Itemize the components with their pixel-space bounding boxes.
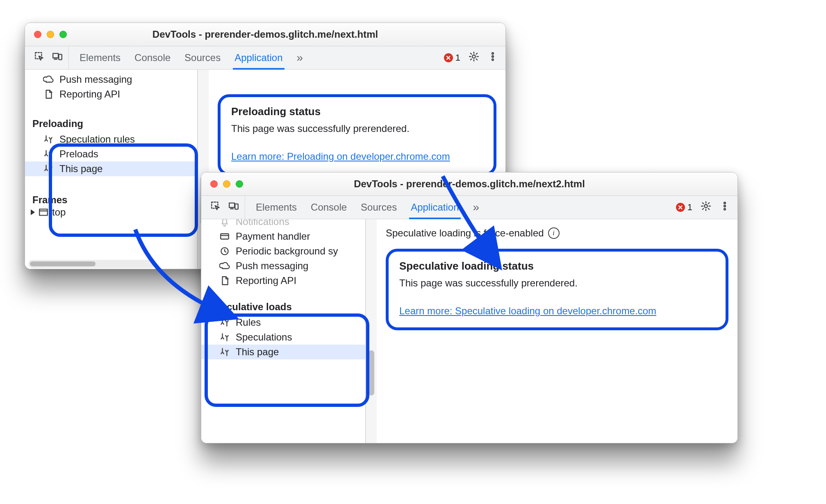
tab-sources[interactable]: Sources: [184, 52, 221, 64]
svg-point-6: [492, 56, 494, 57]
tab-console[interactable]: Console: [311, 202, 347, 213]
sidebar-item-reporting[interactable]: Reporting API: [201, 273, 365, 288]
sidebar: Notifications Payment handler Periodic b…: [201, 219, 366, 443]
tab-elements[interactable]: Elements: [256, 202, 297, 213]
more-icon[interactable]: [487, 51, 498, 64]
tab-elements[interactable]: Elements: [80, 52, 121, 64]
status-line: Speculative loading is force-enabled: [386, 227, 544, 239]
svg-point-7: [492, 59, 494, 61]
panel-heading: Preloading status: [231, 105, 483, 118]
sidebar-item-payment[interactable]: Payment handler: [201, 229, 365, 244]
device-icon[interactable]: [52, 51, 63, 64]
content-pane: Speculative loading is force-enabled i S…: [377, 219, 737, 443]
svg-point-5: [492, 52, 494, 54]
chevron-right-icon: [31, 209, 35, 215]
titlebar[interactable]: DevTools - prerender-demos.glitch.me/nex…: [25, 23, 505, 46]
sidebar-scrollbar[interactable]: [28, 260, 155, 268]
svg-rect-10: [212, 202, 218, 208]
svg-rect-8: [39, 209, 48, 215]
sidebar-section-preloading: Preloading: [25, 114, 197, 132]
tab-sources[interactable]: Sources: [361, 202, 397, 213]
svg-rect-13: [235, 204, 238, 209]
sidebar-item-reporting[interactable]: Reporting API: [25, 87, 197, 102]
tabs-overflow-icon[interactable]: »: [297, 51, 303, 64]
inspect-icon[interactable]: [34, 51, 45, 64]
panel-body: This page was successfully prerendered.: [231, 123, 483, 134]
sidebar-item-notifications[interactable]: Notifications: [201, 219, 365, 229]
sidebar-section-speculative: Speculative loads: [201, 297, 365, 315]
sidebar-item-push[interactable]: Push messaging: [25, 72, 197, 87]
more-icon[interactable]: [719, 201, 730, 214]
sidebar-item-this-page[interactable]: This page: [25, 161, 197, 176]
window-title: DevTools - prerender-demos.glitch.me/nex…: [201, 178, 737, 190]
settings-icon[interactable]: [701, 201, 711, 214]
titlebar[interactable]: DevTools - prerender-demos.glitch.me/nex…: [201, 173, 737, 196]
svg-point-16: [724, 205, 726, 207]
sidebar-section-frames: Frames: [25, 188, 197, 207]
sidebar: Push messaging Reporting API Preloading …: [25, 70, 198, 269]
sidebar-frame-top[interactable]: top: [25, 207, 197, 220]
preloading-status-panel: Preloading status This page was successf…: [218, 94, 496, 176]
svg-point-17: [724, 209, 726, 210]
window-title: DevTools - prerender-demos.glitch.me/nex…: [25, 29, 505, 40]
vertical-scrollbar[interactable]: [366, 219, 377, 443]
panel-heading: Speculative loading status: [399, 260, 715, 272]
svg-rect-11: [229, 203, 234, 207]
sidebar-item-this-page[interactable]: This page: [201, 345, 365, 359]
errors-badge[interactable]: ✕1: [676, 202, 692, 213]
svg-point-15: [724, 202, 726, 204]
tabbar: Elements Console Sources Application » ✕…: [201, 196, 737, 219]
info-icon[interactable]: i: [548, 227, 560, 239]
sidebar-item-periodic[interactable]: Periodic background sy: [201, 244, 365, 259]
inspect-icon[interactable]: [210, 201, 221, 214]
svg-rect-1: [53, 53, 58, 58]
errors-badge[interactable]: ✕1: [444, 52, 460, 63]
panel-body: This page was successfully prerendered.: [399, 277, 715, 289]
settings-icon[interactable]: [469, 51, 479, 64]
sidebar-item-preloads[interactable]: Preloads: [25, 147, 197, 161]
devtools-window-new: DevTools - prerender-demos.glitch.me/nex…: [201, 172, 738, 443]
sidebar-item-rules[interactable]: Rules: [201, 315, 365, 330]
svg-rect-3: [59, 54, 62, 60]
tabs-overflow-icon[interactable]: »: [473, 201, 480, 214]
svg-point-4: [472, 55, 476, 58]
sidebar-item-speculation-rules[interactable]: Speculation rules: [25, 132, 197, 147]
svg-point-14: [704, 204, 708, 208]
tabbar: Elements Console Sources Application » ✕…: [25, 46, 505, 70]
learn-more-link[interactable]: Learn more: Preloading on developer.chro…: [231, 151, 450, 162]
tab-application[interactable]: Application: [411, 202, 459, 213]
sidebar-item-speculations[interactable]: Speculations: [201, 330, 365, 345]
device-icon[interactable]: [228, 201, 239, 214]
svg-rect-18: [221, 234, 229, 239]
tab-application[interactable]: Application: [234, 52, 282, 64]
sidebar-item-push[interactable]: Push messaging: [201, 259, 365, 273]
svg-rect-0: [35, 52, 41, 59]
learn-more-link[interactable]: Learn more: Speculative loading on devel…: [399, 305, 656, 316]
speculative-status-panel: Speculative loading status This page was…: [386, 249, 728, 330]
tab-console[interactable]: Console: [134, 52, 171, 64]
